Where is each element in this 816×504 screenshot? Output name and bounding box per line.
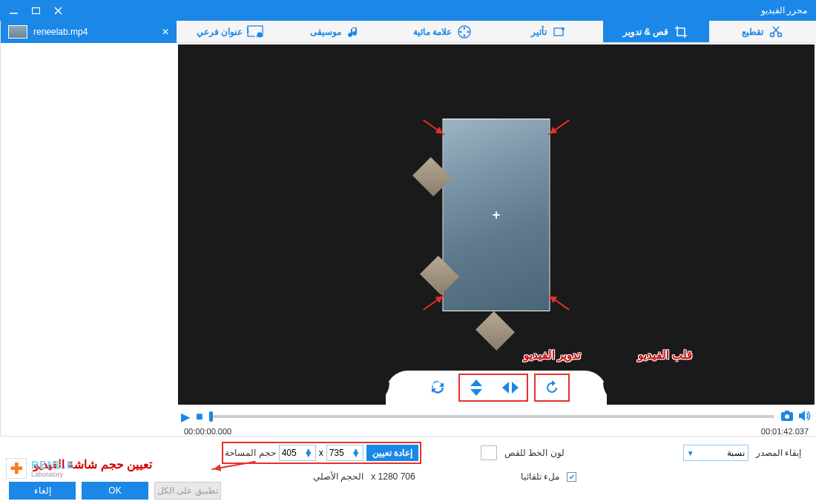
annotation-rotate: تدوير الفيديو xyxy=(524,348,581,362)
tab-cut[interactable]: تقطيع xyxy=(709,21,816,42)
rotate-right-button[interactable] xyxy=(537,375,567,400)
tab-music[interactable]: موسيقى xyxy=(283,21,390,42)
time-current: 00:00:00.000 xyxy=(184,427,231,436)
tab-subtitle[interactable]: SUBT عنوان فرعي xyxy=(177,21,283,42)
brand-logo: ✚ RENE.E Laboratory xyxy=(6,458,74,479)
flip-vertical-button[interactable] xyxy=(461,375,491,400)
svg-point-11 xyxy=(467,30,470,33)
height-input[interactable]: 405 ▲▼ xyxy=(279,445,316,461)
subtitle-icon: SUBT xyxy=(247,24,263,40)
color-swatch[interactable] xyxy=(481,445,497,460)
play-button[interactable]: ▶ xyxy=(181,410,190,424)
refresh-button[interactable] xyxy=(423,375,453,400)
apply-all-button[interactable]: تطبيق على الكل xyxy=(154,482,221,500)
svg-point-19 xyxy=(785,414,789,419)
sparkle-icon xyxy=(551,24,567,40)
minimize-button[interactable] xyxy=(9,6,18,15)
flip-horizontal-button[interactable] xyxy=(496,375,525,400)
svg-point-10 xyxy=(464,27,466,29)
snapshot-button[interactable] xyxy=(780,410,794,424)
svg-point-13 xyxy=(460,30,462,33)
ratio-select[interactable]: نسبة ▼ xyxy=(683,445,748,461)
width-input[interactable]: 735 ▲▼ xyxy=(326,445,363,461)
annotation-arrow xyxy=(547,119,570,136)
ok-button[interactable]: OK xyxy=(82,482,148,500)
orig-size: 706 x 1280 xyxy=(371,471,415,482)
svg-rect-20 xyxy=(785,411,789,413)
window-title: محرر الفيديو xyxy=(761,5,807,16)
reel-icon xyxy=(456,24,473,40)
close-button[interactable] xyxy=(53,6,62,15)
seek-handle[interactable] xyxy=(209,411,213,422)
time-total: 00:01:42.037 xyxy=(761,427,809,436)
annotation-arrow xyxy=(547,294,570,311)
annotation-arrow xyxy=(423,294,445,311)
chevron-down-icon: ▼ xyxy=(687,449,694,457)
annotation-flip: قلب الفيديو xyxy=(638,348,692,362)
svg-point-12 xyxy=(464,34,466,36)
file-tab[interactable]: reneelab.mp4 ✕ xyxy=(1,21,177,43)
volume-button[interactable] xyxy=(798,410,812,424)
video-preview[interactable]: تدوير الفيديو قلب الفيديو xyxy=(178,44,815,405)
plus-icon: ✚ xyxy=(10,460,23,477)
svg-text:T: T xyxy=(253,28,259,39)
cutcolor-label: لون الخط للقص xyxy=(504,448,565,458)
cancel-button[interactable]: إلغاء xyxy=(9,482,76,500)
source-label: إبقاء المصدر xyxy=(756,448,801,458)
crop-icon xyxy=(673,24,689,40)
seek-bar[interactable] xyxy=(209,415,774,418)
svg-rect-1 xyxy=(32,7,39,13)
scissors-icon xyxy=(768,24,784,40)
reset-button[interactable]: إعادة تعيين xyxy=(366,445,418,461)
maximize-button[interactable] xyxy=(31,6,40,15)
tab-effect[interactable]: تأثير xyxy=(496,21,603,42)
autofill-label: ملء تلقائيا xyxy=(521,471,559,482)
tab-watermark[interactable]: علامة مائية xyxy=(389,21,496,42)
file-sidebar: reneelab.mp4 ✕ xyxy=(0,21,177,436)
stop-button[interactable]: ■ xyxy=(196,410,203,423)
music-note-icon xyxy=(346,24,362,40)
annotation-arrow xyxy=(423,119,445,136)
file-close-button[interactable]: ✕ xyxy=(162,27,169,37)
file-name: reneelab.mp4 xyxy=(33,27,88,37)
orig-label: الحجم الأصلي xyxy=(313,471,363,482)
autofill-checkbox[interactable]: ✔ xyxy=(567,472,576,482)
svg-text:SUB: SUB xyxy=(247,25,249,36)
tab-crop-rotate[interactable]: قص & تدوير xyxy=(603,21,710,42)
crop-frame[interactable] xyxy=(443,119,550,311)
file-thumbnail xyxy=(8,25,27,39)
